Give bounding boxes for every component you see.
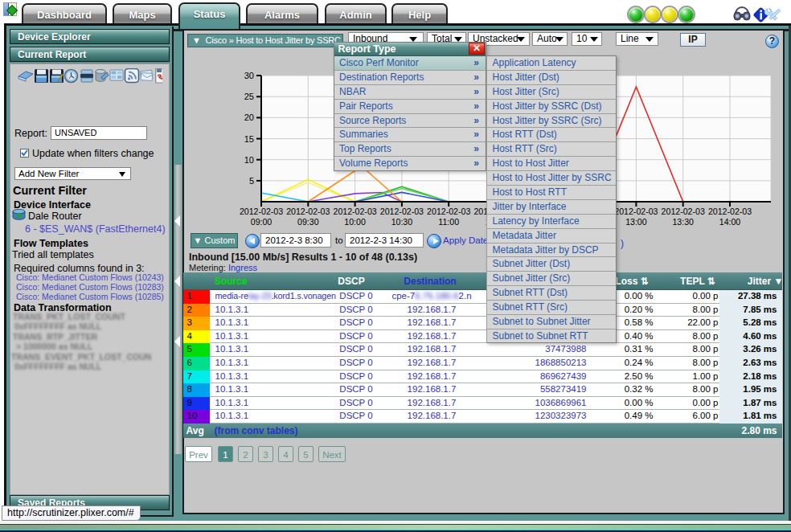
svg-text:25: 25: [244, 92, 254, 101]
svg-text:10:30: 10:30: [391, 217, 413, 227]
svg-text:2012-02-03: 2012-02-03: [380, 207, 424, 216]
svg-text:2012-02-03: 2012-02-03: [614, 207, 658, 216]
svg-text:13:30: 13:30: [672, 217, 694, 227]
svg-text:2012-02-03: 2012-02-03: [427, 207, 470, 216]
svg-text:2012-02-03: 2012-02-03: [240, 207, 283, 216]
svg-text:10: 10: [244, 155, 254, 165]
svg-text:2012-02-03: 2012-02-03: [662, 207, 705, 216]
svg-text:20: 20: [244, 113, 254, 122]
svg-text:5: 5: [249, 176, 254, 186]
svg-text:13:00: 13:00: [625, 217, 647, 227]
svg-text:09:00: 09:00: [251, 217, 273, 227]
svg-text:2012-02-03: 2012-02-03: [286, 207, 330, 216]
svg-text:09:30: 09:30: [297, 217, 319, 227]
svg-text:14:00: 14:00: [719, 217, 741, 227]
svg-text:30: 30: [244, 71, 254, 80]
svg-text:15: 15: [244, 134, 254, 144]
svg-text:2012-02-03: 2012-02-03: [708, 207, 752, 216]
svg-text:2012-02-03: 2012-02-03: [333, 207, 376, 216]
svg-text:10:00: 10:00: [344, 217, 366, 227]
svg-text:11:00: 11:00: [438, 217, 459, 227]
